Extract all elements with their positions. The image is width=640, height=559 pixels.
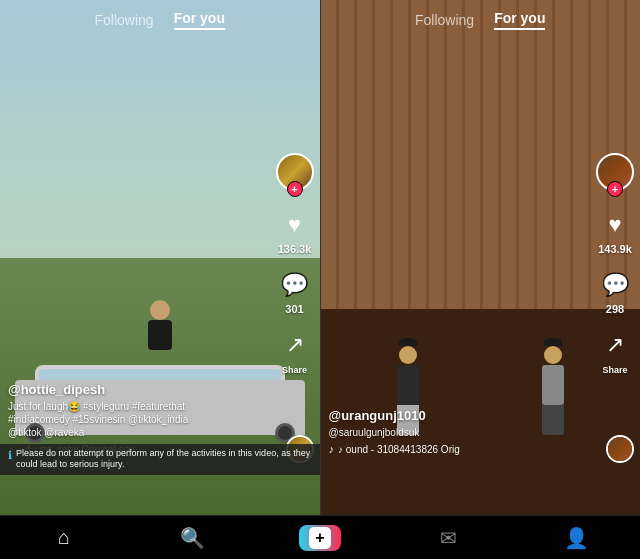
left-share-label: Share — [282, 365, 307, 375]
right-avatar-wrap: + — [596, 153, 634, 191]
left-like-button[interactable]: ♥ 136.3k — [278, 209, 312, 255]
right-share-label: Share — [602, 365, 627, 375]
dancer-head-1 — [399, 346, 417, 364]
dancer-hair-2 — [544, 338, 562, 346]
right-music-avatar-img — [608, 437, 632, 461]
left-avatar-wrap: + — [276, 153, 314, 191]
nav-profile[interactable]: 👤 — [512, 516, 640, 559]
inbox-icon: ✉ — [440, 526, 457, 550]
dancers — [336, 235, 626, 435]
comment-icon: 💬 — [279, 269, 311, 301]
right-bottom-overlay: @urangunj1010 @saruulgunj​boldsuk ♪ ♪ ou… — [329, 408, 591, 455]
left-warning-banner: ℹ Please do not attempt to perform any o… — [0, 444, 320, 475]
left-video-panel[interactable]: Following For you + ♥ 136.3k 💬 301 ↗ Sha… — [0, 0, 320, 515]
right-music-avatar — [606, 435, 634, 463]
home-icon: ⌂ — [58, 526, 70, 549]
nav-inbox[interactable]: ✉ — [384, 516, 512, 559]
right-share-button[interactable]: ↗ Share — [599, 329, 631, 375]
right-music-row: ♪ ♪ ound - 31084413826 Orig — [329, 443, 591, 455]
videos-container: Following For you + ♥ 136.3k 💬 301 ↗ Sha… — [0, 0, 640, 515]
right-music-text: ♪ ound - 31084413826 Orig — [338, 444, 460, 455]
right-action-buttons: + ♥ 143.9k 💬 298 ↗ Share — [596, 153, 634, 375]
comment-icon-right: 💬 — [599, 269, 631, 301]
right-following-tab[interactable]: Following — [415, 12, 474, 28]
left-share-button[interactable]: ↗ Share — [279, 329, 311, 375]
bottom-nav: ⌂ 🔍 + ✉ 👤 — [0, 515, 640, 559]
dancer-body-2 — [542, 365, 564, 405]
dancer-body-1 — [397, 365, 419, 405]
dancer-hair-1 — [399, 338, 417, 346]
dancer-head-2 — [544, 346, 562, 364]
search-icon: 🔍 — [180, 526, 205, 550]
right-username[interactable]: @urangunj1010 — [329, 408, 591, 423]
left-foryou-tab[interactable]: For you — [174, 10, 225, 30]
share-icon: ↗ — [279, 329, 311, 361]
left-warning-text: Please do not attempt to perform any of … — [16, 448, 312, 471]
nav-search[interactable]: 🔍 — [128, 516, 256, 559]
plus-icon: + — [309, 527, 331, 549]
heart-icon: ♥ — [279, 209, 311, 241]
warning-icon: ℹ — [8, 449, 12, 462]
share-icon-right: ↗ — [599, 329, 631, 361]
right-top-nav: Following For you — [321, 0, 641, 40]
nav-add[interactable]: + — [256, 516, 384, 559]
left-follow-badge[interactable]: + — [287, 181, 303, 197]
person-head — [150, 300, 170, 320]
left-like-count: 136.3k — [278, 243, 312, 255]
left-username[interactable]: @hottie_dipesh — [8, 382, 270, 397]
right-follow-badge[interactable]: + — [607, 181, 623, 197]
right-video-panel[interactable]: Following For you + ♥ 143.9k 💬 298 ↗ Sha… — [320, 0, 641, 515]
left-comment-button[interactable]: 💬 301 — [279, 269, 311, 315]
left-action-buttons: + ♥ 136.3k 💬 301 ↗ Share — [276, 153, 314, 375]
nav-home[interactable]: ⌂ — [0, 516, 128, 559]
music-note-icon-right: ♪ — [329, 443, 335, 455]
right-caption: @saruulgunj​boldsuk — [329, 426, 591, 439]
left-comment-count: 301 — [285, 303, 303, 315]
right-foryou-tab[interactable]: For you — [494, 10, 545, 30]
add-button[interactable]: + — [299, 525, 341, 551]
right-like-button[interactable]: ♥ 143.9k — [598, 209, 632, 255]
heart-icon-right: ♥ — [599, 209, 631, 241]
profile-icon: 👤 — [564, 526, 589, 550]
right-like-count: 143.9k — [598, 243, 632, 255]
left-caption: Just for laugh😂 #styleguru #featurethat … — [8, 400, 270, 439]
left-top-nav: Following For you — [0, 0, 320, 40]
right-comment-count: 298 — [606, 303, 624, 315]
left-following-tab[interactable]: Following — [95, 12, 154, 28]
right-comment-button[interactable]: 💬 298 — [599, 269, 631, 315]
